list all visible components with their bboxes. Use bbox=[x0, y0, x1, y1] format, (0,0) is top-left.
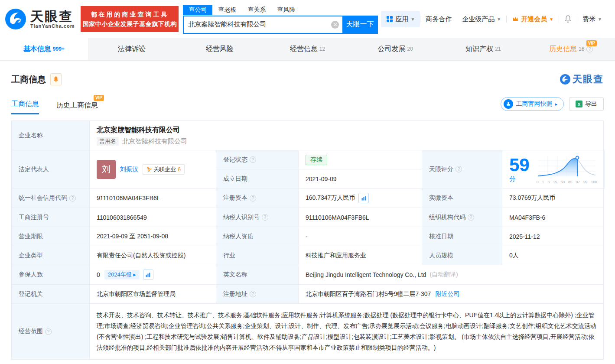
table-row: 经营范围 ? 技术开发、技术咨询、技术转让、技术推广、技术服务;基础软件服务;应… bbox=[12, 304, 603, 360]
vip-badge: VIP bbox=[94, 95, 104, 101]
search-tab-company[interactable]: 查公司 bbox=[183, 5, 212, 15]
business-info-table: 企业名称 北京案牍智能科技有限公司 曾用名 北京智牍科技有限公司 法定代表人 刘… bbox=[11, 120, 604, 360]
reg-number-value: 110106031866549 bbox=[90, 208, 216, 227]
english-name-cell: Beijing Jingdu Intelligent Technology Co… bbox=[299, 265, 603, 285]
tab-label: 基本信息 bbox=[23, 45, 51, 54]
establish-date-label: 成立日期 bbox=[216, 169, 299, 188]
question-icon[interactable]: ? bbox=[586, 46, 593, 52]
insured-count-label: 参保人数 bbox=[12, 265, 90, 285]
search-box: ✕ 天眼一下 bbox=[183, 16, 378, 34]
export-button[interactable]: x 导出 bbox=[569, 97, 604, 111]
subtab-row: 工商信息 VIP 历史工商信息 工商官网快照 ▸ x 导出 bbox=[11, 97, 604, 114]
question-icon[interactable]: ? bbox=[250, 156, 256, 163]
tab-label: 经营风险 bbox=[206, 45, 234, 54]
approval-date-label: 核准日期 bbox=[422, 227, 502, 246]
tab-history-info[interactable]: VIP 历史信息 16 ? bbox=[527, 38, 615, 60]
nearby-companies-link[interactable]: 附近公司 bbox=[435, 290, 459, 298]
search-input[interactable] bbox=[184, 16, 331, 33]
menu-user[interactable]: 费米 ▼ bbox=[577, 15, 607, 23]
tianyancha-logo[interactable]: 天眼查 TianYanCha.com bbox=[4, 8, 75, 30]
tab-company-development[interactable]: 公司发展 20 bbox=[351, 38, 439, 60]
question-icon[interactable]: ? bbox=[69, 195, 76, 202]
reg-capital-value: 160.7347万人民币 bbox=[306, 194, 355, 202]
reg-capital-label: 注册资本 ? bbox=[216, 188, 299, 208]
official-snapshot-button[interactable]: 工商官网快照 ▸ bbox=[501, 97, 564, 111]
reg-capital-cell: 160.7347万人民币 bbox=[299, 188, 422, 208]
search-tab-relation[interactable]: 查关系 bbox=[242, 5, 271, 15]
chevron-down-icon: ▼ bbox=[598, 17, 602, 22]
establish-date-value: 2021-09-09 bbox=[299, 169, 422, 188]
watermark-logo: 天眼查 bbox=[560, 73, 604, 86]
taxpayer-qualification-value: - bbox=[299, 227, 422, 246]
clear-search-icon[interactable]: ✕ bbox=[331, 21, 339, 29]
table-row: 参保人数 0 2024年报 ▸ 英文名称 Beijing Jingdu Inte… bbox=[12, 265, 603, 285]
question-icon[interactable]: ? bbox=[456, 166, 462, 172]
english-name-label: 英文名称 bbox=[216, 265, 299, 285]
search-tab-boss[interactable]: 查老板 bbox=[212, 5, 242, 15]
label-text: 登记状态 bbox=[223, 156, 247, 164]
score-cell: 59分 bbox=[502, 150, 605, 188]
score-unit: 分 bbox=[509, 175, 516, 182]
capital-trend-icon[interactable] bbox=[358, 193, 369, 203]
related-companies-badge[interactable]: 关联企业 6 bbox=[143, 164, 185, 175]
menu-vip[interactable]: 开通会员 ▼ bbox=[507, 15, 559, 23]
insured-count-cell: 0 2024年报 ▸ bbox=[90, 265, 216, 285]
subtab-business-info[interactable]: 工商信息 bbox=[11, 100, 39, 114]
bell-icon bbox=[564, 15, 572, 23]
menu-apps[interactable]: 应用 ▼ bbox=[381, 11, 420, 27]
search-button[interactable]: 天眼一下 bbox=[342, 16, 377, 33]
annual-report-badge[interactable]: 2024年报 ▸ bbox=[104, 270, 140, 280]
tab-count: 16 bbox=[579, 46, 584, 52]
question-icon[interactable]: ? bbox=[262, 214, 268, 221]
company-name: 北京案牍智能科技有限公司 bbox=[97, 125, 596, 135]
table-row: 企业类型 有限责任公司(自然人投资或控股) 行业 科技推广和应用服务业 人员规模… bbox=[12, 246, 603, 265]
chevron-down-icon: ▼ bbox=[549, 17, 553, 22]
table-row: 工商注册号 110106031866549 纳税人识别号 ? 91110106M… bbox=[12, 208, 603, 227]
notification-bell[interactable] bbox=[559, 15, 577, 23]
chevron-down-icon: ▼ bbox=[497, 17, 501, 22]
staff-size-label: 人员规模 bbox=[422, 246, 502, 265]
question-icon[interactable]: ? bbox=[250, 195, 256, 202]
legal-rep-avatar[interactable]: 刘 bbox=[97, 160, 116, 179]
subscribe-bell-button[interactable] bbox=[50, 73, 62, 85]
vip-badge: VIP bbox=[586, 40, 597, 46]
table-row: 企业名称 北京案牍智能科技有限公司 曾用名 北京智牍科技有限公司 bbox=[12, 121, 603, 150]
label-text: 注册资本 bbox=[223, 194, 247, 202]
company-type-label: 企业类型 bbox=[12, 246, 90, 265]
section-header: 工商信息 天眼查 bbox=[11, 73, 604, 86]
question-icon[interactable]: ? bbox=[45, 328, 52, 335]
crown-icon bbox=[512, 16, 519, 23]
approval-date-value: 2025-11-12 bbox=[502, 227, 603, 246]
label-text: 天眼评分 bbox=[429, 166, 453, 173]
promo-line1: 都在用的商业查询工具 bbox=[91, 10, 169, 19]
tab-operation-risk[interactable]: 经营风险 bbox=[176, 38, 264, 60]
reg-address-label: 注册地址 ? bbox=[216, 285, 299, 304]
company-name-label: 企业名称 bbox=[12, 121, 90, 150]
org-code-label: 组织机构代码 ? bbox=[422, 208, 502, 227]
score-curve-chart bbox=[537, 155, 597, 178]
credit-code-label: 统一社会信用代码 ? bbox=[12, 188, 90, 208]
subtab-history-business-info[interactable]: VIP 历史工商信息 bbox=[56, 101, 98, 114]
paid-capital-value: 73.0769万人民币 bbox=[502, 188, 603, 208]
question-icon[interactable]: ? bbox=[250, 291, 256, 297]
search-tab-risk[interactable]: 查风险 bbox=[271, 5, 301, 15]
tab-label: 法律诉讼 bbox=[118, 45, 146, 54]
menu-enterprise-label: 企业级产品 bbox=[462, 15, 495, 23]
reg-number-label: 工商注册号 bbox=[12, 208, 90, 227]
company-type-value: 有限责任公司(自然人投资或控股) bbox=[90, 246, 216, 265]
stamp-icon bbox=[504, 99, 513, 109]
network-icon bbox=[146, 167, 152, 172]
tab-label: 经营信息 bbox=[290, 45, 318, 54]
table-row: 营业期限 2021-09-09 至 2051-09-08 纳税人资质 - 核准日… bbox=[12, 227, 603, 246]
business-scope-label: 经营范围 ? bbox=[12, 304, 90, 360]
score-value: 59分 bbox=[509, 155, 530, 183]
tab-basic-info[interactable]: 基本信息 999+ bbox=[0, 38, 88, 60]
question-icon[interactable]: ? bbox=[468, 214, 474, 221]
tab-operation-info[interactable]: 经营信息 12 bbox=[264, 38, 351, 60]
tab-legal-litigation[interactable]: 法律诉讼 bbox=[88, 38, 176, 60]
insured-trend-icon[interactable] bbox=[143, 270, 153, 280]
tab-intellectual-property[interactable]: 知识产权 21 bbox=[439, 38, 527, 60]
menu-enterprise[interactable]: 企业级产品 ▼ bbox=[457, 15, 506, 23]
legal-rep-link[interactable]: 刘振汉 bbox=[120, 166, 138, 173]
menu-cooperation[interactable]: 商务合作 bbox=[420, 15, 457, 23]
